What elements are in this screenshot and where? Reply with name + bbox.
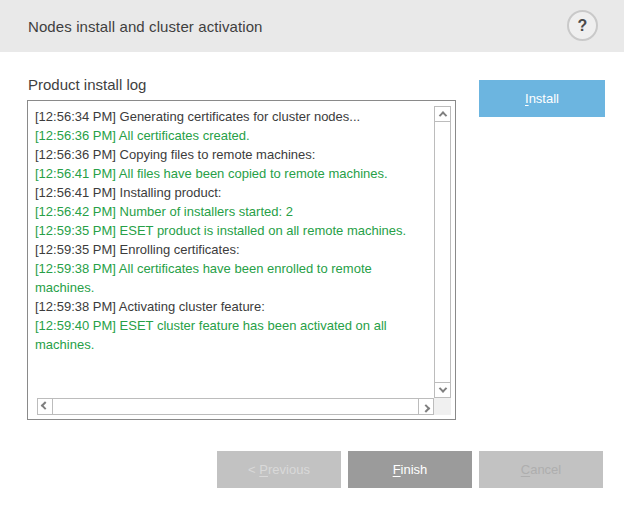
cancel-button-label: Cancel (521, 462, 561, 477)
log-line: [12:59:35 PM] ESET product is installed … (35, 221, 430, 240)
question-mark-icon: ? (578, 17, 588, 35)
log-line: [12:59:40 PM] ESET cluster feature has b… (35, 316, 430, 354)
cancel-button[interactable]: Cancel (479, 451, 603, 488)
log-line: [12:59:38 PM] All certificates have been… (35, 259, 430, 297)
log-line: [12:56:34 PM] Generating certificates fo… (35, 107, 430, 126)
page-title: Nodes install and cluster activation (28, 0, 263, 52)
install-button[interactable]: Install (479, 80, 605, 117)
chevron-down-icon (438, 384, 446, 392)
log-line: [12:59:38 PM] Activating cluster feature… (35, 297, 430, 316)
log-lines[interactable]: [12:56:34 PM] Generating certificates fo… (35, 107, 430, 395)
chevron-up-icon (438, 111, 446, 119)
horizontal-scrollbar[interactable] (37, 398, 434, 415)
log-line: [12:56:42 PM] Number of installers start… (35, 202, 430, 221)
nodes-install-dialog: { "header": { "title": "Nodes install an… (0, 0, 624, 511)
log-line: [12:59:35 PM] Enrolling certificates: (35, 240, 430, 259)
finish-button[interactable]: Finish (348, 451, 472, 488)
log-line: [12:56:36 PM] Copying files to remote ma… (35, 145, 430, 164)
scroll-right-button[interactable] (418, 399, 433, 414)
finish-button-label: Finish (393, 462, 428, 477)
log-section-label: Product install log (28, 76, 146, 93)
scrollbar-corner (434, 398, 451, 415)
vertical-scrollbar[interactable] (434, 106, 451, 398)
log-line: [12:56:41 PM] All files have been copied… (35, 164, 430, 183)
help-button[interactable]: ? (567, 10, 598, 41)
install-button-label: Install (525, 91, 559, 106)
scroll-down-button[interactable] (435, 382, 450, 397)
log-line: [12:56:41 PM] Installing product: (35, 183, 430, 202)
previous-button-label: < Previous (248, 462, 310, 477)
scroll-up-button[interactable] (435, 107, 450, 122)
chevron-left-icon (41, 401, 49, 409)
log-line: [12:56:36 PM] All certificates created. (35, 126, 430, 145)
chevron-right-icon (422, 404, 430, 412)
scroll-left-button[interactable] (38, 399, 53, 414)
product-install-log: [12:56:34 PM] Generating certificates fo… (27, 100, 456, 420)
dialog-header: Nodes install and cluster activation ? (0, 0, 624, 52)
previous-button[interactable]: < Previous (217, 451, 341, 488)
